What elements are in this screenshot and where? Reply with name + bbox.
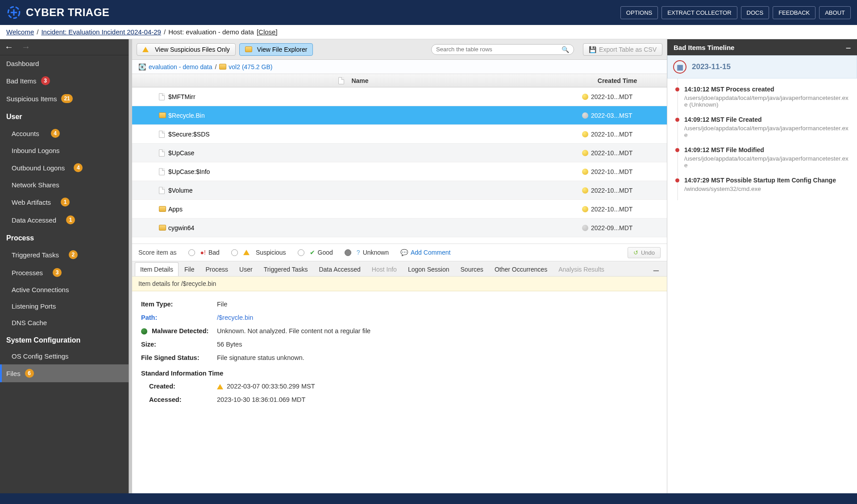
table-row[interactable]: $Volume2022-10...MDT	[132, 181, 667, 200]
sidebar-processes[interactable]: Processes3	[0, 264, 132, 281]
check-icon: ✔	[310, 249, 315, 256]
option-label: Unknown	[363, 249, 389, 256]
crumb-incident[interactable]: Incident: Evaluation Incident 2024-04-29	[41, 28, 161, 36]
sidebar-item-label: DNS Cache	[12, 319, 47, 326]
column-created[interactable]: Created Time	[575, 77, 660, 84]
detail-tabs: Item DetailsFileProcessUserTriggered Tas…	[132, 261, 667, 277]
timeline-item[interactable]: 14:09:12 MST File Created/users/jdoe/app…	[681, 112, 851, 143]
table-body[interactable]: $MFTMirr2022-10...MDT$Recycle.Bin2022-03…	[132, 87, 667, 244]
timeline-date[interactable]: ▦ 2023-11-15	[667, 55, 857, 78]
table-row[interactable]: cygwin642022-09...MDT	[132, 219, 667, 237]
score-unknown[interactable]: ?Unknown	[345, 249, 389, 256]
file-icon	[159, 131, 165, 138]
tab-process[interactable]: Process	[200, 262, 233, 276]
docs-button[interactable]: DOCS	[741, 6, 770, 19]
table-row[interactable]: $Recycle.Bin2022-03...MST	[132, 106, 667, 125]
sidebar-item-label: Network Shares	[12, 181, 59, 189]
table-row[interactable]: $UpCase:$Info2022-10...MDT	[132, 162, 667, 181]
sidebar-outbound-logons[interactable]: Outbound Logons4	[0, 159, 132, 177]
sidebar-dns-cache[interactable]: DNS Cache	[0, 314, 132, 331]
table-row[interactable]: Apps2022-10...MDT	[132, 200, 667, 219]
column-name[interactable]: Name	[351, 77, 368, 84]
button-label: Export Table as CSV	[599, 46, 657, 53]
option-label: Bad	[208, 249, 220, 256]
folder-icon	[159, 206, 166, 212]
question-icon: ?	[357, 249, 360, 256]
export-csv-button[interactable]: 💾 Export Table as CSV	[583, 43, 662, 56]
score-bad[interactable]: ●!Bad	[188, 249, 220, 256]
timeline-list: 14:10:12 MST Process created/users/jdoe/…	[667, 78, 857, 200]
folder-icon	[245, 46, 252, 52]
file-name: $Recycle.Bin	[168, 112, 205, 119]
view-file-explorer-button[interactable]: View File Explorer	[239, 43, 313, 56]
about-button[interactable]: ABOUT	[819, 6, 851, 19]
score-suspicious[interactable]: Suspicious	[231, 249, 286, 256]
sidebar-network-shares[interactable]: Network Shares	[0, 177, 132, 193]
tab-other-occurrences[interactable]: Other Occurrences	[489, 262, 553, 276]
undo-button[interactable]: ↺Undo	[628, 247, 661, 258]
tab-file[interactable]: File	[179, 262, 200, 276]
sidebar-item-label: Accounts	[12, 130, 39, 137]
tab-data-accessed[interactable]: Data Accessed	[313, 262, 366, 276]
crumb-welcome[interactable]: Welcome	[6, 28, 34, 36]
sidebar-group-process: Process	[0, 229, 132, 246]
tab-sources[interactable]: Sources	[455, 262, 489, 276]
disk-icon: 💽	[138, 63, 146, 70]
sidebar-dashboard[interactable]: Dashboard	[0, 55, 132, 72]
sidebar-active-connections[interactable]: Active Connections	[0, 281, 132, 298]
sidebar-os-config[interactable]: OS Config Settings	[0, 348, 132, 364]
file-icon	[338, 77, 344, 84]
options-button[interactable]: OPTIONS	[620, 6, 658, 19]
score-good[interactable]: ✔Good	[298, 249, 333, 256]
file-table: Name Created Time $MFTMirr2022-10...MDT$…	[132, 74, 667, 244]
timeline-item-detail: /users/jdoe/appdata/local/temp/java/java…	[684, 155, 851, 169]
feedback-button[interactable]: FEEDBACK	[773, 6, 815, 19]
table-row[interactable]: Dell2022-03...MDT	[132, 237, 667, 244]
sidebar-files[interactable]: Files6	[0, 364, 132, 382]
timeline-item[interactable]: 14:09:12 MST File Modified/users/jdoe/ap…	[681, 143, 851, 173]
tab-triggered-tasks[interactable]: Triggered Tasks	[258, 262, 313, 276]
nav-forward-icon[interactable]: →	[21, 42, 30, 52]
crumb-close[interactable]: [Close]	[257, 28, 278, 36]
search-icon[interactable]: 🔍	[562, 46, 569, 53]
add-comment-link[interactable]: 💬Add Comment	[400, 249, 450, 256]
bad-icon: ●!	[200, 249, 206, 256]
sidebar-item-label: Data Accessed	[12, 216, 56, 224]
sidebar-suspicious-items[interactable]: Suspicious Items21	[0, 90, 132, 107]
detail-path-link[interactable]: /$recycle.bin	[217, 314, 253, 321]
extract-collector-button[interactable]: EXTRACT COLLECTOR	[661, 6, 737, 19]
undo-icon: ↺	[633, 249, 638, 256]
sidebar-bad-items[interactable]: Bad Items3	[0, 72, 132, 90]
view-suspicious-only-button[interactable]: View Suspicious Files Only	[137, 43, 236, 56]
tab-user[interactable]: User	[234, 262, 258, 276]
table-row[interactable]: $UpCase2022-10...MDT	[132, 144, 667, 162]
sidebar-inbound-logons[interactable]: Inbound Logons	[0, 142, 132, 159]
timeline-header: Bad Items Timeline –	[667, 39, 857, 55]
table-row[interactable]: $MFTMirr2022-10...MDT	[132, 87, 667, 106]
search-input[interactable]	[436, 46, 562, 53]
tab-logon-session[interactable]: Logon Session	[403, 262, 455, 276]
path-volume[interactable]: vol2 (475.2 GB)	[229, 63, 272, 70]
app-logo: CYBER TRIAGE	[6, 5, 109, 20]
tab-item-details[interactable]: Item Details	[135, 262, 179, 276]
sidebar-web-artifacts[interactable]: Web Artifacts1	[0, 193, 132, 211]
minimize-icon[interactable]: –	[846, 42, 851, 53]
sidebar-resize-handle[interactable]	[129, 39, 132, 493]
sidebar-accounts[interactable]: Accounts4	[0, 124, 132, 142]
path-root[interactable]: evaluation - demo data	[149, 63, 212, 70]
tabs-minimize-icon[interactable]: –	[648, 264, 664, 276]
status-dot	[582, 131, 588, 137]
table-row[interactable]: $Secure:$SDS2022-10...MDT	[132, 125, 667, 144]
timeline-item[interactable]: 14:10:12 MST Process created/users/jdoe/…	[681, 82, 851, 112]
sidebar-listening-ports[interactable]: Listening Ports	[0, 298, 132, 314]
sidebar-data-accessed[interactable]: Data Accessed1	[0, 211, 132, 229]
sidebar-item-label: OS Config Settings	[12, 352, 69, 360]
nav-back-icon[interactable]: ←	[4, 42, 13, 52]
timeline-panel: Bad Items Timeline – ▦ 2023-11-15 14:10:…	[667, 39, 857, 493]
table-search[interactable]: 🔍	[431, 44, 574, 55]
timeline-item[interactable]: 14:07:29 MST Possible Startup Item Confi…	[681, 173, 851, 197]
date-label: 2023-11-15	[692, 62, 731, 71]
timeline-item-detail: /users/jdoe/appdata/local/temp/java/java…	[684, 95, 851, 108]
sidebar-triggered-tasks[interactable]: Triggered Tasks2	[0, 246, 132, 264]
status-dot	[582, 150, 588, 156]
